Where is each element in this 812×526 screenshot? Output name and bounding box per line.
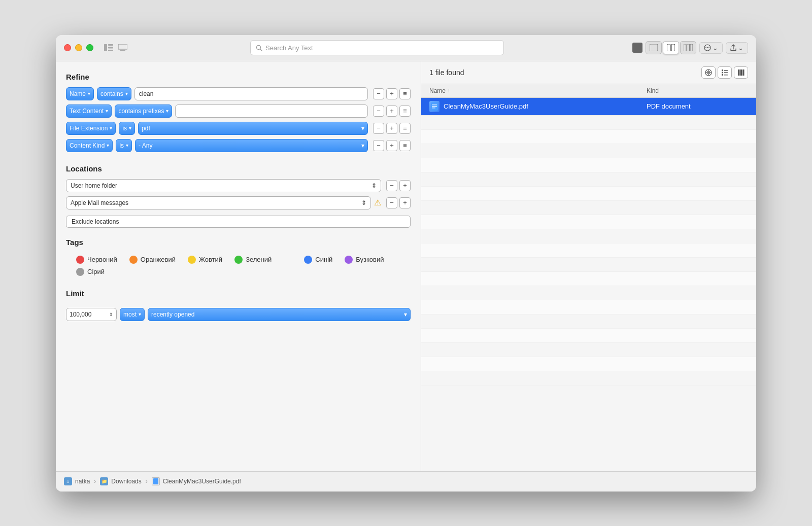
limit-row: 100,000 ⇕ most ▾ recently opened ▾ xyxy=(66,308,411,321)
more-filter-button[interactable]: ≡ xyxy=(399,140,411,151)
file-name-cell: CleanMyMac3UserGuide.pdf xyxy=(429,101,647,112)
empty-row xyxy=(421,371,756,385)
sort-asc-icon: ↑ xyxy=(448,88,450,93)
empty-row xyxy=(421,286,756,300)
remove-filter-button[interactable]: − xyxy=(373,123,384,134)
pdf-file-icon xyxy=(429,101,439,112)
remove-location-button[interactable]: − xyxy=(386,180,397,191)
tag-purple[interactable]: Бузковий xyxy=(345,256,384,264)
share-button[interactable]: ⌄ xyxy=(726,42,748,54)
remove-filter-button[interactable]: − xyxy=(373,88,384,99)
tag-gray[interactable]: Сірий xyxy=(76,268,105,276)
tag-red[interactable]: Червоний xyxy=(76,256,117,264)
breadcrumb-separator: › xyxy=(146,478,148,485)
empty-row xyxy=(421,229,756,243)
add-filter-button[interactable]: + xyxy=(386,123,397,134)
grid-icon-btn[interactable] xyxy=(701,66,716,79)
svg-rect-12 xyxy=(687,44,690,51)
tag-green[interactable]: Зелений xyxy=(234,256,272,264)
remove-location-button[interactable]: − xyxy=(386,197,397,208)
tag-blue[interactable]: Синій xyxy=(304,256,332,264)
more-filter-button[interactable]: ≡ xyxy=(399,123,411,134)
filter-op-is-any[interactable]: is ▾ xyxy=(116,139,132,152)
file-row[interactable]: CleanMyMac3UserGuide.pdf PDF document xyxy=(421,98,756,116)
right-pane: 1 file found xyxy=(421,61,756,471)
results-header: 1 file found xyxy=(421,61,756,84)
col-header-kind[interactable]: Kind xyxy=(647,87,748,94)
limit-count-select[interactable]: 100,000 ⇕ xyxy=(66,308,117,321)
close-button[interactable] xyxy=(64,44,71,51)
svg-point-15 xyxy=(705,47,706,48)
svg-rect-22 xyxy=(722,69,723,71)
filter-value-any[interactable]: - Any ▾ xyxy=(135,139,368,152)
tag-dot-yellow xyxy=(188,256,196,264)
add-filter-button[interactable]: + xyxy=(386,88,397,99)
svg-rect-29 xyxy=(740,69,742,76)
maximize-button[interactable] xyxy=(86,44,93,51)
filter-field-name[interactable]: Name ▾ xyxy=(66,87,94,100)
col-header-name[interactable]: Name ↑ xyxy=(429,87,647,94)
view-single-icon[interactable] xyxy=(646,41,662,54)
chevron-down-icon: ▾ xyxy=(361,125,364,132)
svg-rect-23 xyxy=(722,72,723,73)
filter-value-pdf[interactable]: pdf ▾ xyxy=(138,122,368,135)
folder-natka-icon: ⌂ xyxy=(64,477,72,485)
list-view-btn[interactable] xyxy=(718,66,732,79)
search-bar[interactable]: Search Any Text xyxy=(250,40,504,55)
limit-title: Limit xyxy=(66,289,411,298)
location-row-home: User home folder ⇕ − + xyxy=(66,179,411,192)
chevron-down-icon: ▾ xyxy=(107,143,109,148)
add-location-button[interactable]: + xyxy=(399,180,411,191)
view-triple-icon[interactable] xyxy=(680,41,696,54)
empty-row xyxy=(421,116,756,130)
empty-row xyxy=(421,158,756,172)
refine-title: Refine xyxy=(66,73,411,81)
view-options-button[interactable]: ⌄ xyxy=(699,42,723,54)
svg-rect-26 xyxy=(724,72,728,73)
filter-op-contains[interactable]: contains ▾ xyxy=(97,87,131,100)
empty-row xyxy=(421,314,756,329)
empty-row xyxy=(421,343,756,357)
more-filter-button[interactable]: ≡ xyxy=(399,106,411,117)
sidebar-toggle-icon[interactable] xyxy=(101,41,116,55)
chevron-up-down-icon: ⇕ xyxy=(361,199,366,206)
stop-button[interactable] xyxy=(632,43,642,53)
svg-rect-34 xyxy=(432,108,435,109)
chevron-down-icon: ▾ xyxy=(166,108,168,114)
add-location-button[interactable]: + xyxy=(399,197,411,208)
svg-rect-4 xyxy=(118,44,127,49)
chevron-down-icon: ⌄ xyxy=(713,44,718,52)
filter-value-text-content[interactable] xyxy=(175,104,368,118)
filter-value-name[interactable] xyxy=(134,87,368,100)
tag-orange[interactable]: Оранжевий xyxy=(129,256,176,264)
columns-view-btn[interactable] xyxy=(734,66,748,79)
more-filter-button[interactable]: ≡ xyxy=(399,88,411,99)
empty-row xyxy=(421,130,756,144)
exclude-locations-button[interactable]: Exclude locations xyxy=(66,216,411,228)
filter-op-is[interactable]: is ▾ xyxy=(119,122,135,135)
add-filter-button[interactable]: + xyxy=(386,106,397,117)
filter-row-text-content: Text Content ▾ contains prefixes ▾ − + ≡ xyxy=(66,104,411,118)
display-toggle-icon[interactable] xyxy=(116,41,130,55)
view-split-icon[interactable] xyxy=(663,41,679,54)
filter-field-content-kind[interactable]: Content Kind ▾ xyxy=(66,139,113,152)
remove-filter-button[interactable]: − xyxy=(373,106,384,117)
location-home-select[interactable]: User home folder ⇕ xyxy=(66,179,381,192)
location-mail-select[interactable]: Apple Mail messages ⇕ xyxy=(66,196,371,209)
add-filter-button[interactable]: + xyxy=(386,140,397,151)
tag-dot-green xyxy=(234,256,243,264)
content-area: Refine Name ▾ contains ▾ − + ≡ xyxy=(56,61,756,471)
chevron-down-icon: ▾ xyxy=(361,142,364,149)
svg-rect-30 xyxy=(742,69,745,76)
svg-rect-10 xyxy=(671,44,675,51)
tag-yellow[interactable]: Жовтий xyxy=(188,256,222,264)
minimize-button[interactable] xyxy=(75,44,82,51)
limit-qualifier-select[interactable]: most ▾ xyxy=(120,308,145,321)
filter-field-extension[interactable]: File Extension ▾ xyxy=(66,122,116,135)
filter-actions-4: − + ≡ xyxy=(373,140,411,151)
filter-op-contains-prefixes[interactable]: contains prefixes ▾ xyxy=(115,104,172,118)
svg-point-16 xyxy=(707,47,708,48)
filter-field-text-content[interactable]: Text Content ▾ xyxy=(66,104,112,118)
limit-sort-select[interactable]: recently opened ▾ xyxy=(148,308,411,321)
remove-filter-button[interactable]: − xyxy=(373,140,384,151)
